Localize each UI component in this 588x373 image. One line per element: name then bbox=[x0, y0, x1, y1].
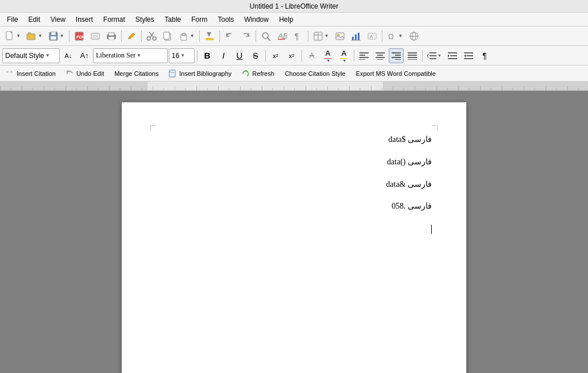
insert-citation-label: Insert Citation bbox=[17, 70, 56, 77]
choose-citation-style-button[interactable]: Choose Citation Style bbox=[281, 67, 350, 80]
align-left-button[interactable] bbox=[357, 48, 372, 63]
hyperlink-button[interactable] bbox=[407, 29, 421, 44]
refresh-button[interactable]: Refresh bbox=[238, 67, 278, 80]
title-text: Untitled 1 - LibreOffice Writer bbox=[250, 2, 338, 10]
svg-text:": " bbox=[6, 70, 9, 77]
spellcheck-button[interactable]: ABC bbox=[274, 29, 289, 44]
strikethrough-button[interactable]: S bbox=[248, 48, 263, 63]
title-bar: Untitled 1 - LibreOffice Writer bbox=[0, 0, 588, 13]
export-pdf-button[interactable]: PDF bbox=[72, 29, 87, 44]
font-size-decrease[interactable]: A↓ bbox=[61, 48, 76, 63]
insert-citation-button[interactable]: "" Insert Citation bbox=[2, 67, 60, 80]
style-dropdown[interactable]: Default Style ▼ bbox=[2, 48, 60, 63]
highlight-button[interactable]: A ▼ bbox=[336, 48, 351, 63]
svg-rect-76 bbox=[0, 82, 588, 90]
open-dropdown-arrow[interactable]: ▼ bbox=[38, 33, 42, 39]
underline-button[interactable]: U bbox=[232, 48, 247, 63]
paragraph-menu-button[interactable]: ¶ bbox=[477, 48, 492, 63]
show-formatting-button[interactable]: ¶ bbox=[291, 29, 305, 44]
save-dropdown-arrow[interactable]: ▼ bbox=[60, 33, 64, 39]
document-content[interactable]: فارسی $data فارسی ()data فارسی &data فار… bbox=[156, 131, 432, 238]
svg-rect-73 bbox=[171, 72, 174, 73]
menu-edit[interactable]: Edit bbox=[24, 14, 45, 25]
page[interactable]: فارسی $data فارسی ()data فارسی &data فار… bbox=[122, 102, 466, 373]
undo-button[interactable] bbox=[222, 29, 237, 44]
save-button[interactable]: ▼ bbox=[46, 29, 67, 44]
font-dropdown[interactable]: Liberation Ser ▼ bbox=[93, 48, 168, 63]
font-value: Liberation Ser bbox=[96, 51, 136, 60]
refresh-label: Refresh bbox=[252, 70, 274, 77]
undo-edit-button[interactable]: Undo Edit bbox=[62, 67, 108, 80]
menu-file[interactable]: File bbox=[2, 14, 22, 25]
subscript-button[interactable]: x2 bbox=[284, 48, 299, 63]
new-dropdown-arrow[interactable]: ▼ bbox=[16, 33, 21, 39]
merge-citations-label: Merge Citations bbox=[114, 70, 158, 77]
insert-table-button[interactable]: ▼ bbox=[311, 29, 331, 44]
line-spacing-button[interactable]: ▼ bbox=[425, 48, 444, 63]
svg-rect-13 bbox=[109, 33, 114, 36]
sep2 bbox=[121, 30, 122, 42]
copy-button[interactable] bbox=[160, 29, 175, 44]
svg-point-19 bbox=[147, 37, 150, 40]
svg-rect-7 bbox=[51, 36, 56, 40]
merge-citations-button[interactable]: Merge Citations bbox=[110, 67, 163, 80]
menu-format[interactable]: Format bbox=[99, 14, 130, 25]
font-size-increase[interactable]: A↑ bbox=[77, 48, 92, 63]
menu-insert[interactable]: Insert bbox=[71, 14, 98, 25]
svg-rect-11 bbox=[92, 34, 98, 38]
menu-bar: File Edit View Insert Format Styles Tabl… bbox=[0, 13, 588, 26]
paste-button[interactable]: ▼ bbox=[176, 29, 197, 44]
text-box-button[interactable]: A bbox=[365, 29, 380, 44]
toggle-edit-button[interactable] bbox=[124, 29, 139, 44]
menu-table[interactable]: Table bbox=[160, 14, 186, 25]
redo-button[interactable] bbox=[238, 29, 253, 44]
find-replace-button[interactable] bbox=[258, 29, 273, 44]
sep-fmt5 bbox=[422, 50, 423, 61]
new-button[interactable]: ▼ bbox=[2, 29, 23, 44]
font-color-button[interactable]: A ▼ bbox=[320, 48, 335, 63]
menu-form[interactable]: Form bbox=[187, 14, 212, 25]
table-dropdown-arrow[interactable]: ▼ bbox=[324, 33, 329, 39]
doc-line-1: فارسی $data bbox=[156, 131, 432, 149]
indent-more-button[interactable] bbox=[445, 48, 460, 63]
menu-styles[interactable]: Styles bbox=[131, 14, 159, 25]
insert-chart-button[interactable] bbox=[349, 29, 363, 44]
svg-text:¶: ¶ bbox=[295, 32, 299, 41]
menu-window[interactable]: Window bbox=[239, 14, 273, 25]
italic-button[interactable]: I bbox=[216, 48, 231, 63]
open-button[interactable]: ▼ bbox=[24, 29, 45, 44]
align-center-button[interactable] bbox=[373, 48, 388, 63]
svg-rect-14 bbox=[109, 37, 114, 40]
align-right-button[interactable] bbox=[389, 48, 404, 63]
special-char-button[interactable]: Ω ▼ bbox=[385, 29, 405, 44]
indent-less-button[interactable] bbox=[461, 48, 476, 63]
doc-cursor-line bbox=[156, 220, 432, 238]
sep6 bbox=[256, 30, 256, 42]
size-value: 16 bbox=[172, 52, 179, 60]
line-1-text: فارسی $data bbox=[388, 135, 432, 144]
svg-text:Ω: Ω bbox=[388, 32, 394, 41]
print-button[interactable] bbox=[104, 29, 119, 44]
document-area: فارسی $data فارسی ()data فارسی &data فار… bbox=[0, 91, 588, 373]
bold-button[interactable]: B bbox=[200, 48, 215, 63]
insert-bibliography-button[interactable]: Insert Bibliography bbox=[165, 67, 235, 80]
size-dropdown[interactable]: 16 ▼ bbox=[169, 48, 195, 63]
clone-formatting-button[interactable] bbox=[202, 29, 217, 44]
justify-button[interactable] bbox=[405, 48, 420, 63]
menu-tools[interactable]: Tools bbox=[213, 14, 238, 25]
clear-format-button[interactable]: A bbox=[304, 48, 319, 63]
paste-dropdown-arrow[interactable]: ▼ bbox=[190, 33, 195, 39]
menu-help[interactable]: Help bbox=[274, 14, 298, 25]
svg-text:PDF: PDF bbox=[76, 35, 84, 39]
export-ms-word-button[interactable]: Export MS Word Compatible bbox=[352, 67, 440, 80]
menu-view[interactable]: View bbox=[46, 14, 70, 25]
svg-rect-22 bbox=[164, 32, 169, 39]
toolbar-standard: ▼ ▼ ▼ PDF ▼ bbox=[0, 26, 588, 46]
superscript-button[interactable]: x2 bbox=[268, 48, 283, 63]
svg-rect-6 bbox=[51, 32, 56, 35]
print-preview-button[interactable] bbox=[88, 29, 103, 44]
special-char-arrow[interactable]: ▼ bbox=[399, 33, 403, 39]
cut-button[interactable] bbox=[144, 29, 159, 44]
line-2-text: فارسی ()data bbox=[387, 157, 432, 166]
insert-image-button[interactable] bbox=[332, 29, 347, 44]
